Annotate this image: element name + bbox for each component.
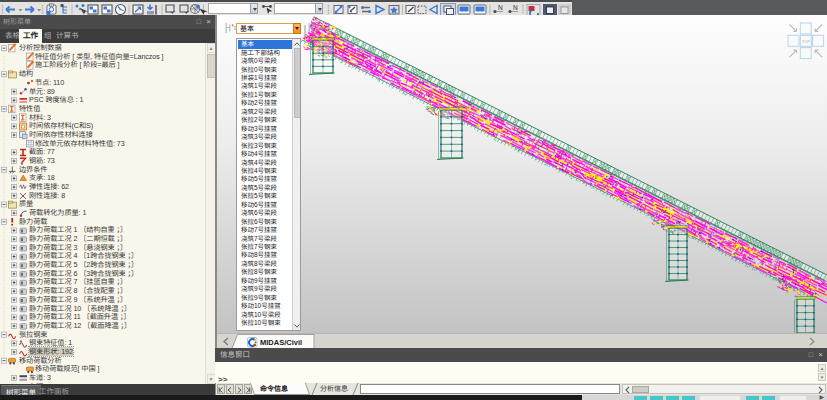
svg-text:N: N	[513, 4, 518, 11]
svg-text:TOP: TOP	[802, 39, 810, 44]
svg-text:N: N	[498, 4, 503, 11]
